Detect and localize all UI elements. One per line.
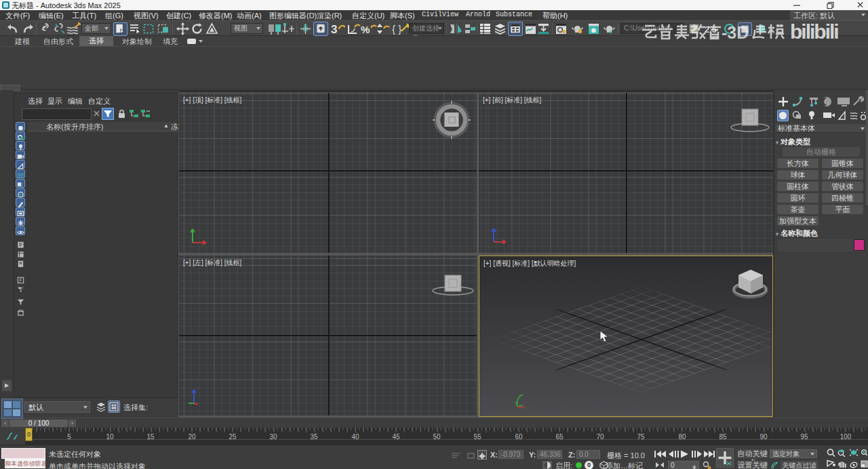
svg-text:%: % xyxy=(361,24,370,35)
svg-text:3: 3 xyxy=(331,23,337,35)
svg-text:F: F xyxy=(19,277,22,283)
svg-text:{ }: { } xyxy=(392,23,401,35)
svg-text:-3D: -3D xyxy=(722,23,749,42)
